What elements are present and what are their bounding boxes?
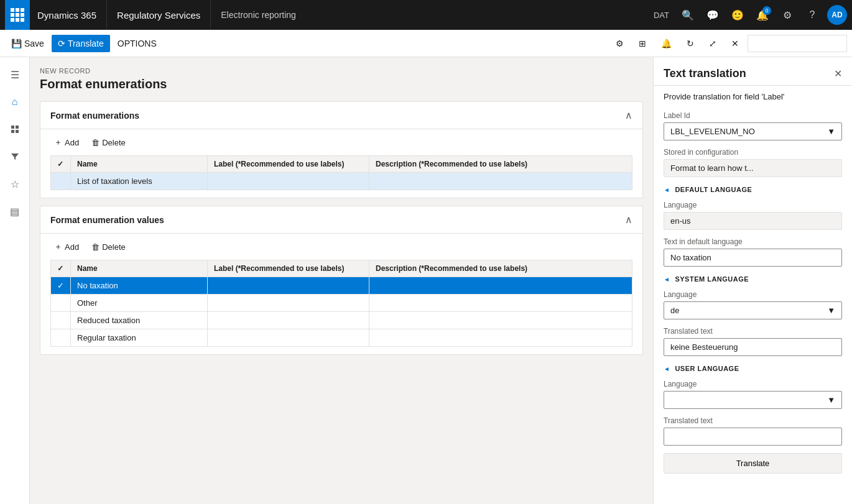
row-check <box>51 173 71 190</box>
open-icon[interactable]: ⤢ <box>703 35 723 52</box>
section1-add-button[interactable]: ＋ Add <box>50 134 83 150</box>
translate-action-button[interactable]: Translate <box>664 453 842 474</box>
system-language-section: SYSTEM LANGUAGE <box>664 275 842 283</box>
section2-title: Format enumeration values <box>50 215 164 225</box>
section2-add-button[interactable]: ＋ Add <box>50 239 83 255</box>
svg-rect-2 <box>11 130 14 133</box>
stored-in-label: Stored in configuration <box>664 148 842 157</box>
alerts-icon[interactable]: 🔔 <box>655 35 678 52</box>
row-check <box>51 312 71 329</box>
user-language-select[interactable]: ▼ <box>664 391 842 409</box>
svg-rect-3 <box>16 130 19 133</box>
save-label: Save <box>24 39 44 48</box>
text-default-label: Text in default language <box>664 237 842 246</box>
panel-body: Label Id LBL_LEVELENUM_NO ▼ Stored in co… <box>654 111 852 474</box>
settings-icon[interactable]: ⚙ <box>777 5 797 25</box>
check-col-header: ✓ <box>51 156 71 173</box>
sidebar-recent-icon[interactable] <box>2 117 27 142</box>
stored-in-value: Format to learn how t... <box>664 159 842 177</box>
dynamics365-label: Dynamics 365 <box>37 10 96 21</box>
main-scroll: NEW RECORD Format enumerations Format en… <box>30 57 653 504</box>
dat-label: DAT <box>650 8 673 22</box>
table-row[interactable]: Reduced taxation <box>51 312 632 329</box>
notification-icon[interactable]: 🔔 0 <box>752 5 772 25</box>
section2-toolbar: ＋ Add 🗑 Delete <box>40 234 642 260</box>
delete-icon-2: 🗑 <box>91 242 100 252</box>
section1-delete-button[interactable]: 🗑 Delete <box>88 135 129 150</box>
refresh-icon[interactable]: ↻ <box>680 35 700 52</box>
sidebar-star-icon[interactable]: ☆ <box>2 172 27 196</box>
apps-button[interactable] <box>5 0 30 30</box>
section2-grid: ✓ Name Label (*Recommended to use labels… <box>40 260 642 354</box>
svg-rect-0 <box>11 126 14 129</box>
module-label: Electronic reporting <box>211 10 650 20</box>
save-icon: 💾 <box>11 39 22 48</box>
page-title: Format enumerations <box>40 77 643 91</box>
user-translated-text-label: Translated text <box>664 416 842 425</box>
system-language-label: SYSTEM LANGUAGE <box>675 275 749 283</box>
main-layout: ☰ ⌂ ☆ ▤ NEW RECORD Format enumerations F… <box>0 57 852 504</box>
cmd-right: ⚙ ⊞ 🔔 ↻ ⤢ ✕ <box>609 35 847 52</box>
translate-label: Translate <box>68 39 104 48</box>
user-avatar[interactable]: AD <box>827 5 847 25</box>
translated-text-input[interactable] <box>664 338 842 356</box>
sidebar-home-icon[interactable]: ⌂ <box>2 89 27 114</box>
section1-header: Format enumerations ∧ <box>40 102 642 129</box>
desc-col-header2: Description (*Recommended to use labels) <box>369 260 632 277</box>
sidebar-modules-icon[interactable]: ▤ <box>2 199 27 224</box>
default-language-label: Language <box>664 201 842 209</box>
text-default-input[interactable] <box>664 249 842 267</box>
section2-header-row: ✓ Name Label (*Recommended to use labels… <box>51 260 632 277</box>
close-panel-icon[interactable]: ✕ <box>725 35 745 52</box>
main-inner: NEW RECORD Format enumerations Format en… <box>30 57 653 504</box>
command-bar: 💾 Save ⟳ Translate OPTIONS ⚙ ⊞ 🔔 ↻ ⤢ ✕ <box>0 30 852 57</box>
table-row[interactable]: Other <box>51 295 632 312</box>
section2-table: ✓ Name Label (*Recommended to use labels… <box>50 260 632 347</box>
label-id-select[interactable]: LBL_LEVELENUM_NO ▼ <box>664 122 842 140</box>
table-row[interactable]: Regular taxation <box>51 329 632 347</box>
sidebar-filter-icon[interactable] <box>2 144 27 169</box>
user-language-label: Language <box>664 380 842 388</box>
translate-icon: ⟳ <box>58 39 65 48</box>
section1-header-row: ✓ Name Label (*Recommended to use labels… <box>51 156 632 173</box>
system-language-select[interactable]: de ▼ <box>664 301 842 319</box>
row-label <box>208 277 369 295</box>
office-icon[interactable]: ⊞ <box>632 35 652 52</box>
topbar: Dynamics 365 Regulatory Services Electro… <box>0 0 852 30</box>
check-col-header2: ✓ <box>51 260 71 277</box>
table-row[interactable]: List of taxation levels <box>51 173 632 190</box>
row-label <box>208 312 369 329</box>
row-name: List of taxation levels <box>71 173 208 190</box>
row-label <box>208 295 369 312</box>
row-desc <box>369 277 632 295</box>
section2-collapse-button[interactable]: ∧ <box>625 214 632 226</box>
panel-header: Text translation ✕ <box>654 57 852 86</box>
translated-text-label: Translated text <box>664 327 842 336</box>
row-name: Reduced taxation <box>71 312 208 329</box>
chat-icon[interactable]: 💬 <box>703 5 723 25</box>
user-translated-text-input[interactable] <box>664 428 842 446</box>
row-desc <box>369 329 632 347</box>
search-icon[interactable]: 🔍 <box>678 5 698 25</box>
section1-table: ✓ Name Label (*Recommended to use labels… <box>50 155 632 190</box>
smiley-icon[interactable]: 🙂 <box>728 5 748 25</box>
sidebar-menu-icon[interactable]: ☰ <box>2 62 27 87</box>
topbar-right: DAT 🔍 💬 🙂 🔔 0 ⚙ ? AD <box>650 5 847 25</box>
row-name: Regular taxation <box>71 329 208 347</box>
svg-rect-1 <box>16 126 19 129</box>
help-icon[interactable]: ? <box>802 5 822 25</box>
options-button[interactable]: OPTIONS <box>111 35 163 52</box>
save-button[interactable]: 💾 Save <box>5 35 50 52</box>
row-desc <box>369 173 632 190</box>
search-input[interactable] <box>748 35 847 52</box>
table-row[interactable]: ✓ No taxation <box>51 277 632 295</box>
new-record-label: NEW RECORD <box>40 67 643 75</box>
translate-button[interactable]: ⟳ Translate <box>52 35 110 52</box>
gear-icon-cmd[interactable]: ⚙ <box>609 35 630 52</box>
sidebar: ☰ ⌂ ☆ ▤ <box>0 57 30 504</box>
row-name: No taxation <box>71 277 208 295</box>
default-language-label: DEFAULT LANGUAGE <box>675 186 752 193</box>
section1-collapse-button[interactable]: ∧ <box>625 109 632 121</box>
section2-delete-button[interactable]: 🗑 Delete <box>88 240 129 254</box>
panel-close-button[interactable]: ✕ <box>834 68 842 80</box>
